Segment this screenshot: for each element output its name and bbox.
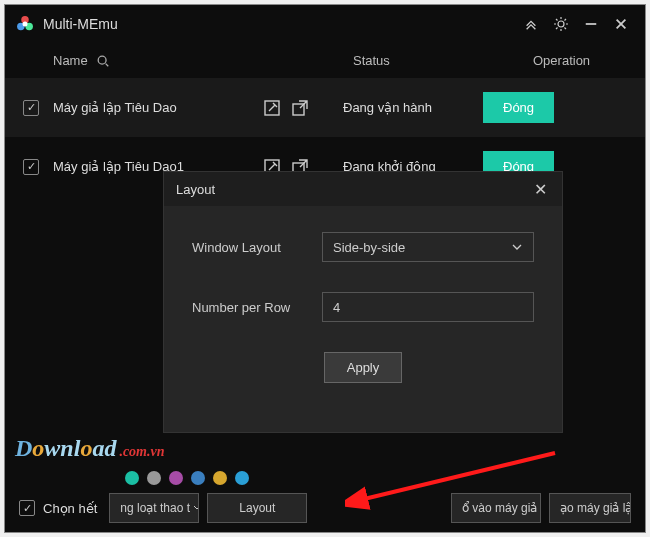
collapse-up-icon[interactable]: [517, 10, 545, 38]
batch-action-button[interactable]: ng loạt thao t: [109, 493, 199, 523]
search-icon[interactable]: [96, 54, 110, 68]
color-dot[interactable]: [235, 471, 249, 485]
color-dot[interactable]: [213, 471, 227, 485]
window-layout-select[interactable]: Side-by-side: [322, 232, 534, 262]
chevron-down-icon: [511, 241, 523, 253]
chevron-down-icon: [193, 504, 199, 512]
col-name-label: Name: [53, 53, 88, 68]
emulator-name: Máy giả lập Tiêu Dao: [53, 100, 263, 115]
color-dots: [125, 471, 249, 485]
row-checkbox[interactable]: ✓: [23, 100, 39, 116]
color-dot[interactable]: [191, 471, 205, 485]
dialog-title: Layout: [176, 182, 530, 197]
open-external-icon[interactable]: [291, 99, 309, 117]
select-all-checkbox[interactable]: ✓: [19, 500, 35, 516]
color-dot[interactable]: [147, 471, 161, 485]
svg-point-3: [23, 22, 28, 27]
layout-button[interactable]: Layout: [207, 493, 307, 523]
create-button[interactable]: ạo máy giả lập: [549, 493, 631, 523]
row-checkbox[interactable]: ✓: [23, 159, 39, 175]
close-window-icon[interactable]: [607, 10, 635, 38]
layout-dialog: Layout ✕ Window Layout Side-by-side Numb…: [163, 171, 563, 433]
bottom-toolbar: ✓ Chọn hết ng loạt thao t Layout ổ vào m…: [5, 484, 645, 532]
svg-point-8: [98, 56, 106, 64]
color-dot[interactable]: [125, 471, 139, 485]
window-layout-value: Side-by-side: [333, 240, 405, 255]
titlebar: Multi-MEmu: [5, 5, 645, 43]
color-dot[interactable]: [169, 471, 183, 485]
select-all-label: Chọn hết: [43, 501, 97, 516]
num-per-row-label: Number per Row: [192, 300, 322, 315]
apply-button[interactable]: Apply: [324, 352, 403, 383]
watermark: Download.com.vn: [15, 435, 164, 462]
window-layout-label: Window Layout: [192, 240, 322, 255]
table-row: ✓ Máy giả lập Tiêu Dao Đang vận hành Đón…: [5, 78, 645, 137]
app-logo-icon: [15, 14, 35, 34]
clone-button[interactable]: ổ vào máy giả lậ: [451, 493, 541, 523]
svg-point-4: [558, 21, 564, 27]
minimize-icon[interactable]: [577, 10, 605, 38]
col-status-label: Status: [353, 53, 533, 68]
settings-icon[interactable]: [547, 10, 575, 38]
edit-icon[interactable]: [263, 99, 281, 117]
emulator-status: Đang vận hành: [343, 100, 483, 115]
num-per-row-input[interactable]: [322, 292, 534, 322]
col-operation-label: Operation: [533, 53, 627, 68]
app-title: Multi-MEmu: [43, 16, 515, 32]
close-emulator-button[interactable]: Đóng: [483, 92, 554, 123]
dialog-close-icon[interactable]: ✕: [530, 180, 550, 199]
table-header: Name Status Operation: [5, 43, 645, 78]
svg-line-9: [105, 63, 108, 66]
